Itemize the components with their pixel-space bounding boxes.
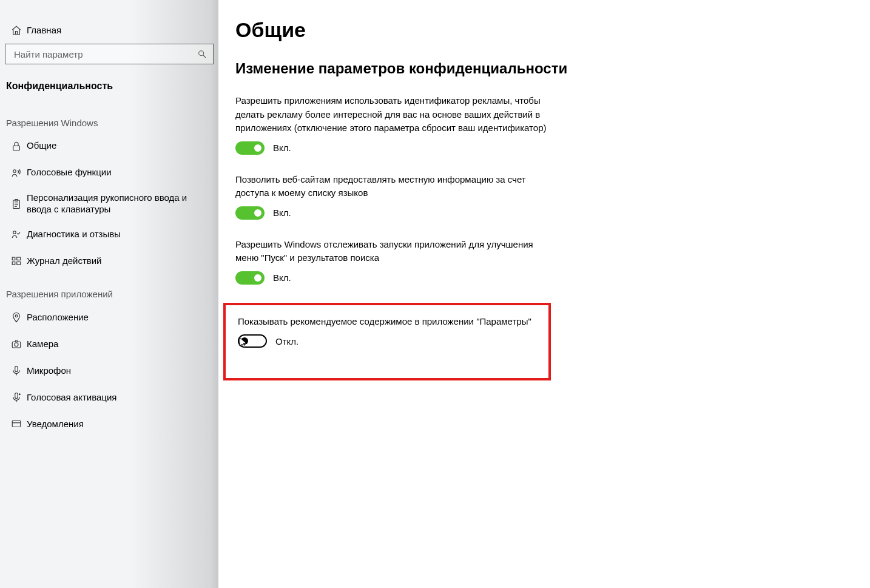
sidebar-group-windows: Разрешения Windows [0, 103, 218, 133]
svg-point-21 [19, 393, 21, 395]
home-icon [6, 25, 27, 36]
svg-point-3 [13, 170, 16, 173]
lock-icon [6, 141, 27, 152]
sidebar-item-label: Журнал действий [27, 255, 212, 267]
toggle-row: Вкл. [235, 206, 551, 220]
sidebar-category: Конфиденциальность [0, 69, 218, 103]
toggle-label: Вкл. [273, 143, 291, 153]
sidebar-item-inking[interactable]: Персонализация рукописного ввода и ввода… [0, 186, 218, 221]
setting-desc: Разрешить Windows отслеживать запуски пр… [235, 238, 551, 265]
search-wrap [0, 44, 218, 69]
sidebar-item-location[interactable]: Расположение [0, 304, 218, 331]
search-input[interactable] [14, 49, 196, 59]
toggle-app-launch[interactable] [235, 271, 265, 285]
search-box[interactable] [5, 44, 214, 64]
sidebar-item-label: Голосовая активация [27, 392, 212, 404]
sidebar-item-notifications[interactable]: Уведомления [0, 411, 218, 438]
svg-rect-13 [17, 262, 21, 265]
toggle-ad-id[interactable] [235, 141, 265, 155]
feedback-icon [6, 229, 27, 240]
svg-rect-10 [12, 257, 15, 260]
sidebar-item-label: Диагностика и отзывы [27, 229, 212, 240]
toggle-row: Вкл. [235, 271, 551, 285]
svg-point-16 [15, 343, 18, 346]
svg-line-1 [203, 55, 206, 58]
voice-icon [6, 167, 27, 178]
sidebar-item-label: Голосовые функции [27, 167, 212, 178]
sidebar: Главная Конфиденциальность Разрешения Wi… [0, 0, 218, 588]
sidebar-group-apps: Разрешения приложений [0, 274, 218, 304]
svg-point-14 [15, 315, 18, 317]
sidebar-item-label: Общие [27, 140, 212, 152]
setting-ad-id: Разрешить приложениям использовать идент… [235, 94, 551, 155]
sidebar-item-general[interactable]: Общие [0, 133, 218, 160]
svg-rect-11 [12, 262, 15, 265]
search-icon [196, 49, 208, 59]
svg-rect-2 [13, 146, 20, 150]
sidebar-item-voice-activation[interactable]: Голосовая активация [0, 384, 218, 411]
main-content: Общие Изменение параметров конфиденциаль… [218, 0, 870, 588]
toggle-row: Вкл. [235, 141, 551, 155]
sidebar-home-label: Главная [27, 25, 212, 36]
notifications-icon [6, 419, 27, 430]
svg-rect-12 [17, 257, 21, 260]
svg-rect-19 [15, 393, 18, 399]
microphone-icon [6, 365, 27, 376]
sidebar-item-label: Микрофон [27, 365, 212, 377]
toggle-lang-list[interactable] [235, 206, 265, 220]
toggle-label: Вкл. [273, 208, 291, 218]
svg-rect-22 [12, 421, 21, 427]
location-icon [6, 312, 27, 323]
page-title: Общие [235, 18, 853, 42]
sidebar-group-apps-label: Разрешения приложений [6, 289, 212, 300]
timeline-icon [6, 255, 27, 266]
camera-icon [6, 339, 27, 350]
sidebar-item-activity[interactable]: Журнал действий [0, 248, 218, 274]
sidebar-item-camera[interactable]: Камера [0, 331, 218, 357]
section-title: Изменение параметров конфиденциальности [235, 60, 853, 77]
sidebar-item-feedback[interactable]: Диагностика и отзывы [0, 221, 218, 248]
setting-desc: Позволить веб-сайтам предоставлять местн… [235, 173, 551, 200]
toggle-suggested-content[interactable] [238, 334, 267, 348]
sidebar-item-voice[interactable]: Голосовые функции [0, 160, 218, 186]
sidebar-home[interactable]: Главная [0, 17, 218, 44]
toggle-row: Откл. [238, 334, 539, 348]
sidebar-group-windows-label: Разрешения Windows [6, 118, 212, 129]
sidebar-item-label: Расположение [27, 312, 212, 323]
sidebar-item-label: Камера [27, 339, 212, 350]
setting-desc: Показывать рекомендуемое содержимое в пр… [238, 315, 539, 329]
svg-point-9 [13, 231, 16, 234]
clipboard-icon [6, 198, 27, 209]
setting-lang-list: Позволить веб-сайтам предоставлять местн… [235, 173, 551, 220]
voice-activation-icon [6, 392, 27, 403]
setting-desc: Разрешить приложениям использовать идент… [235, 94, 551, 135]
highlight-box: Показывать рекомендуемое содержимое в пр… [223, 303, 551, 381]
setting-app-launch: Разрешить Windows отслеживать запуски пр… [235, 238, 551, 285]
toggle-label: Вкл. [273, 272, 291, 283]
sidebar-item-label: Уведомления [27, 419, 212, 430]
setting-suggested-content: Показывать рекомендуемое содержимое в пр… [238, 315, 539, 348]
sidebar-category-label: Конфиденциальность [6, 80, 212, 92]
svg-point-0 [199, 51, 204, 56]
toggle-label: Откл. [275, 336, 298, 346]
sidebar-item-microphone[interactable]: Микрофон [0, 357, 218, 384]
sidebar-item-label: Персонализация рукописного ввода и ввода… [27, 192, 212, 215]
svg-rect-17 [15, 367, 18, 372]
